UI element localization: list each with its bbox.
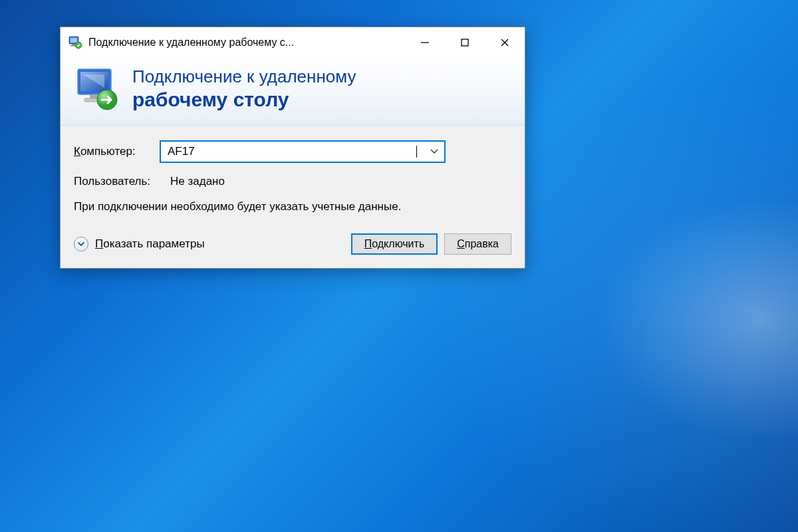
- rdp-icon: [74, 66, 120, 113]
- app-icon-small: [68, 35, 83, 50]
- maximize-button[interactable]: [445, 27, 485, 57]
- rdp-dialog-window: Подключение к удаленному рабочему с...: [60, 27, 525, 269]
- computer-input[interactable]: [168, 145, 415, 158]
- show-options-link[interactable]: Показать параметры: [95, 237, 344, 251]
- titlebar[interactable]: Подключение к удаленному рабочему с...: [61, 27, 525, 57]
- help-button[interactable]: Справка: [444, 233, 511, 255]
- footer-row: Показать параметры Подключить Справка: [74, 233, 511, 255]
- svg-rect-6: [462, 39, 468, 46]
- dialog-header: Подключение к удаленному рабочему столу: [61, 57, 525, 126]
- user-label: Пользователь:: [74, 175, 150, 188]
- window-title: Подключение к удаленному рабочему с...: [88, 37, 405, 49]
- dialog-body: Компьютер: Пользователь: Не задано При п…: [61, 126, 525, 268]
- svg-line-7: [501, 39, 508, 46]
- text-cursor: [416, 146, 424, 158]
- svg-point-4: [75, 42, 82, 49]
- window-controls: [405, 27, 525, 57]
- svg-rect-1: [70, 38, 77, 43]
- user-value: Не задано: [170, 175, 225, 188]
- credentials-info: При подключении необходимо будет указать…: [74, 199, 511, 215]
- computer-combobox[interactable]: [160, 140, 446, 163]
- computer-label: Компьютер:: [74, 145, 150, 158]
- expand-chevron-icon[interactable]: [74, 237, 88, 251]
- header-line2: рабочему столу: [132, 88, 356, 111]
- computer-row: Компьютер:: [74, 140, 511, 163]
- chevron-down-icon[interactable]: [424, 142, 444, 162]
- header-line1: Подключение к удаленному: [132, 66, 356, 87]
- header-text: Подключение к удаленному рабочему столу: [132, 66, 356, 111]
- connect-button[interactable]: Подключить: [351, 233, 438, 255]
- close-button[interactable]: [485, 27, 525, 57]
- user-row: Пользователь: Не задано: [74, 175, 511, 188]
- svg-line-8: [501, 39, 508, 46]
- minimize-button[interactable]: [405, 27, 445, 57]
